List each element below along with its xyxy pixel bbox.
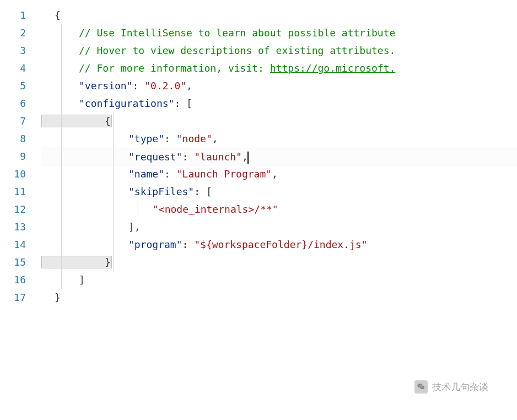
- cursor-icon: [247, 152, 249, 164]
- code-line[interactable]: {: [41, 112, 517, 130]
- json-key: "name": [41, 168, 164, 180]
- json-string: "${workspaceFolder}/index.js": [194, 239, 367, 250]
- line-number: 4: [0, 60, 26, 77]
- line-number: 7: [0, 112, 26, 130]
- code-line[interactable]: ],: [41, 218, 517, 236]
- line-number: 13: [0, 218, 26, 236]
- watermark: 技术几句杂谈: [414, 380, 488, 394]
- line-number: 2: [0, 24, 26, 42]
- json-key: "request": [41, 151, 182, 163]
- line-number: 5: [0, 77, 26, 95]
- brace-close: }: [41, 256, 112, 268]
- line-number: 3: [0, 42, 26, 60]
- line-number: 9: [0, 148, 26, 165]
- code-line[interactable]: // Hover to view descriptions of existin…: [41, 42, 517, 60]
- code-line-active[interactable]: "request": "launch",: [41, 148, 517, 165]
- code-line[interactable]: "<node_internals>/**": [41, 201, 517, 218]
- line-number: 11: [0, 183, 26, 201]
- line-number: 6: [0, 95, 26, 112]
- line-number: 16: [0, 271, 26, 289]
- line-number: 17: [0, 289, 26, 306]
- code-content[interactable]: { // Use IntelliSense to learn about pos…: [41, 0, 517, 420]
- code-line[interactable]: "program": "${workspaceFolder}/index.js": [41, 236, 517, 254]
- code-line[interactable]: "configurations": [: [41, 95, 517, 112]
- code-editor[interactable]: 1 2 3 4 5 6 7 8 9 10 11 12 13 14 15 16 1…: [0, 0, 517, 420]
- brace-open: {: [41, 9, 61, 21]
- code-line[interactable]: {: [41, 7, 517, 24]
- code-line[interactable]: }: [41, 254, 517, 271]
- comment-text: // For more information, visit:: [41, 62, 270, 74]
- bracket-close: ]: [41, 274, 85, 286]
- code-line[interactable]: "skipFiles": [: [41, 183, 517, 201]
- code-line[interactable]: "name": "Launch Program",: [41, 165, 517, 183]
- comment-text: // Use IntelliSense to learn about possi…: [41, 27, 395, 39]
- line-number: 1: [0, 7, 26, 24]
- line-gutter: 1 2 3 4 5 6 7 8 9 10 11 12 13 14 15 16 1…: [0, 0, 41, 420]
- brace-open: {: [41, 115, 112, 127]
- json-string: "<node_internals>/**": [41, 203, 278, 215]
- json-string: "launch": [194, 151, 242, 163]
- line-number: 8: [0, 130, 26, 148]
- json-string: "Launch Program": [176, 168, 272, 180]
- line-number: 15: [0, 254, 26, 271]
- bracket-open: [: [206, 186, 212, 197]
- json-key: "version": [41, 80, 133, 91]
- code-line[interactable]: // For more information, visit: https://…: [41, 60, 517, 77]
- code-line[interactable]: // Use IntelliSense to learn about possi…: [41, 24, 517, 42]
- comment-text: // Hover to view descriptions of existin…: [41, 45, 395, 56]
- watermark-text: 技术几句杂谈: [432, 381, 488, 394]
- brace-close: }: [41, 292, 61, 303]
- line-number: 10: [0, 165, 26, 183]
- json-string: "node": [176, 133, 212, 144]
- code-line[interactable]: ]: [41, 271, 517, 289]
- bracket-close: ]: [41, 221, 134, 233]
- code-line[interactable]: "version": "0.2.0",: [41, 77, 517, 95]
- line-number: 12: [0, 201, 26, 218]
- code-line[interactable]: }: [41, 289, 517, 306]
- comment-link[interactable]: https://go.microsoft.: [270, 62, 396, 74]
- code-line[interactable]: "type": "node",: [41, 130, 517, 148]
- bracket-open: [: [186, 98, 192, 109]
- line-number: 14: [0, 236, 26, 254]
- json-key: "program": [41, 239, 182, 250]
- json-string: "0.2.0": [144, 80, 186, 91]
- json-key: "skipFiles": [41, 186, 194, 197]
- json-key: "type": [41, 133, 164, 144]
- wechat-icon: [414, 380, 428, 394]
